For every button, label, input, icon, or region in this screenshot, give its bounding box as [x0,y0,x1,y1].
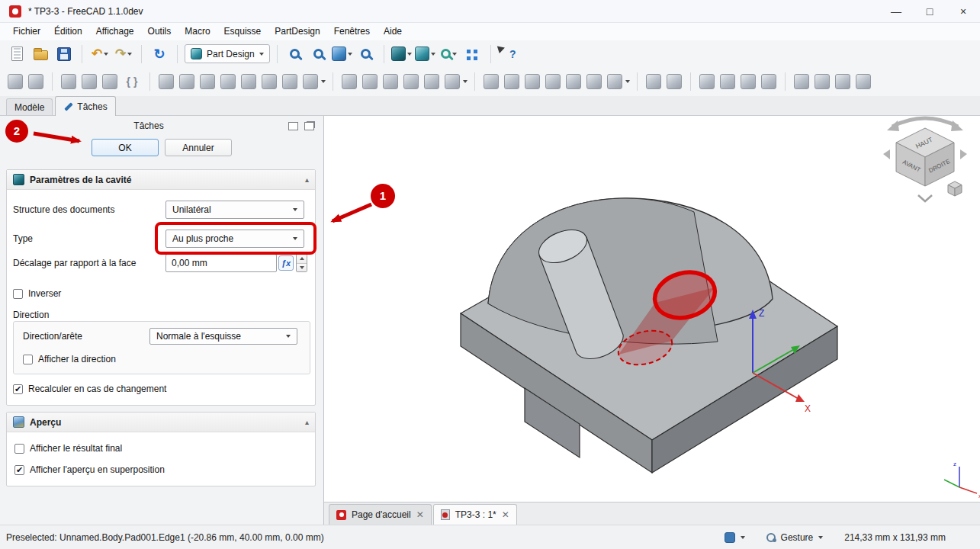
partdesign-tool-icon[interactable] [741,74,756,89]
cancel-button[interactable]: Annuler [165,139,232,156]
partdesign-tool-icon[interactable] [220,74,236,89]
partdesign-tool-icon[interactable] [566,74,581,89]
whats-this-button[interactable]: ? [498,43,519,65]
float-panel-icon[interactable] [304,122,314,130]
draw-style-icon[interactable] [725,532,735,543]
partdesign-tool-icon[interactable] [282,74,297,89]
partdesign-tool-icon[interactable] [856,74,871,89]
measure-button[interactable] [439,43,460,65]
tab-home[interactable]: Page d'accueil ✕ [329,504,432,525]
tab-modele[interactable]: Modèle [6,98,53,115]
partdesign-tool-icon[interactable] [504,74,519,89]
partdesign-tool-icon[interactable] [484,74,499,89]
nav-rotate-right-icon[interactable] [960,149,967,159]
workbench-selector[interactable]: Part Design [185,44,270,63]
partdesign-tool-icon[interactable] [794,74,809,89]
3d-viewport[interactable]: Z X HAUT AVANT DROITE [324,116,980,502]
redo-button[interactable]: ↷ [113,43,134,65]
menu-affichage[interactable]: Affichage [89,23,141,40]
sync-view-button[interactable] [355,43,377,65]
dock-panel-icon[interactable] [288,122,298,130]
partdesign-tool-icon[interactable] [342,74,357,89]
partdesign-tool-button[interactable] [301,71,326,92]
menu-macro[interactable]: Macro [178,23,217,40]
partdesign-tool-icon[interactable] [545,74,561,89]
recompute-checkbox[interactable]: ✔ [13,384,23,394]
maximize-button[interactable]: □ [913,0,946,23]
partdesign-tool-icon[interactable] [761,74,776,89]
fit-selection-button[interactable] [308,43,329,65]
close-button[interactable]: × [946,0,980,23]
undo-button[interactable]: ↶ [89,43,111,65]
menu-edition[interactable]: Édition [47,23,89,40]
type-combo[interactable]: Au plus proche [165,230,304,248]
partdesign-tool-icon[interactable] [815,74,830,89]
axonometric-view-button[interactable] [332,43,353,65]
partdesign-tool-icon[interactable] [28,74,43,89]
ok-button[interactable]: OK [92,139,159,156]
tab-taches[interactable]: Tâches [55,96,115,116]
nav-mini-cube-icon[interactable] [948,181,962,196]
partdesign-tool-icon[interactable] [699,74,715,89]
menu-outils[interactable]: Outils [141,23,178,40]
spin-down-icon[interactable] [297,264,307,272]
direction-edge-combo[interactable]: Normale à l'esquisse [149,328,297,345]
cavity-section-header[interactable]: Paramètres de la cavité ▴ [7,170,315,190]
spin-up-icon[interactable] [297,255,307,264]
close-tab-icon[interactable]: ✕ [502,510,509,519]
partdesign-tool-button[interactable] [443,71,468,92]
show-final-checkbox[interactable] [14,444,24,454]
nav-style-label[interactable]: Gesture [781,532,814,543]
partdesign-tool-icon[interactable] [262,74,277,89]
close-tab-icon[interactable]: ✕ [416,510,424,519]
partdesign-tool-icon[interactable] [586,74,602,89]
partdesign-tool-icon[interactable] [403,74,419,89]
chevron-down-icon[interactable] [741,536,745,539]
section-view-button[interactable] [415,43,436,65]
expression-fx-button[interactable]: ƒx [278,255,294,271]
partdesign-tool-icon[interactable] [82,74,97,89]
partdesign-tool-icon[interactable] [525,74,540,89]
partdesign-tool-icon[interactable] [179,74,194,89]
partdesign-tool-icon[interactable] [159,74,174,89]
offset-spinner[interactable] [296,254,307,272]
collapse-arrow-icon[interactable]: ▴ [305,176,309,184]
navigation-cube[interactable]: HAUT AVANT DROITE [883,118,967,201]
partdesign-tool-icon[interactable] [646,74,661,89]
partdesign-tool-icon[interactable] [241,74,256,89]
partdesign-tool-icon[interactable] [102,74,117,89]
partdesign-tool-icon[interactable] [383,74,398,89]
menu-fenetres[interactable]: Fenêtres [327,23,377,40]
collapse-arrow-icon[interactable]: ▴ [305,419,309,426]
partdesign-tool-icon[interactable] [362,74,378,89]
partdesign-tool-icon[interactable] [200,74,215,89]
dependency-tree-button[interactable] [462,43,484,65]
open-button[interactable] [30,43,51,65]
tab-document[interactable]: TP3-3 : 1* ✕ [433,504,517,525]
new-document-button[interactable] [6,43,27,65]
save-button[interactable] [53,43,75,65]
expression-editor-icon[interactable]: { } [121,71,143,92]
preview-section-header[interactable]: Aperçu ▴ [7,413,315,432]
nav-menu-chevron-icon[interactable] [918,195,932,201]
partdesign-tool-button[interactable] [606,71,630,92]
partdesign-tool-icon[interactable] [667,74,682,89]
minimize-button[interactable]: — [879,0,913,23]
show-overlay-checkbox[interactable]: ✔ [14,465,24,475]
draw-style-button[interactable] [391,43,413,65]
fit-all-button[interactable] [284,43,306,65]
partdesign-tool-icon[interactable] [8,74,23,89]
menu-fichier[interactable]: Fichier [6,23,47,40]
partdesign-tool-icon[interactable] [61,74,76,89]
nav-rotate-left-icon[interactable] [883,149,890,159]
menu-partdesign[interactable]: PartDesign [268,23,326,40]
refresh-button[interactable]: ↻ [149,43,170,65]
partdesign-tool-icon[interactable] [835,74,850,89]
show-direction-checkbox[interactable] [23,355,33,364]
invert-checkbox[interactable] [13,289,23,299]
partdesign-tool-icon[interactable] [720,74,735,89]
menu-aide[interactable]: Aide [377,23,409,40]
offset-input[interactable]: 0,00 mm [165,254,277,272]
menu-esquisse[interactable]: Esquisse [217,23,268,40]
chevron-down-icon[interactable] [818,536,823,539]
